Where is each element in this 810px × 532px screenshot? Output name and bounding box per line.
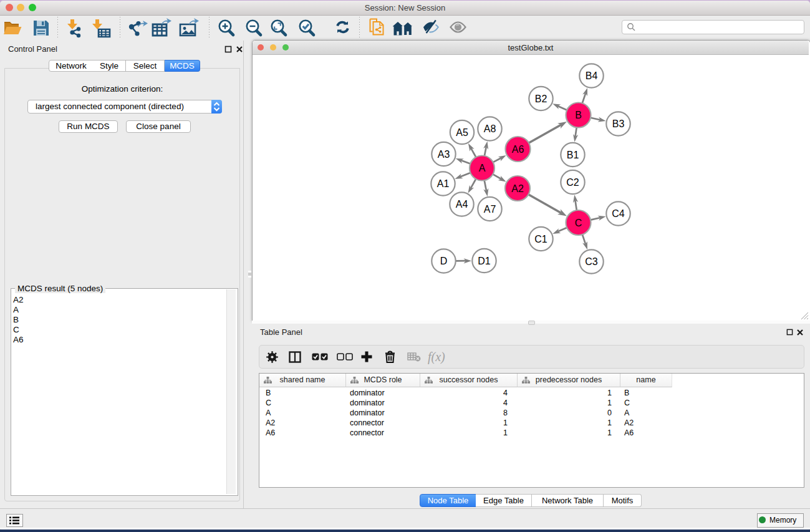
svg-text:C2: C2 (566, 177, 579, 188)
svg-text:B4: B4 (586, 70, 598, 81)
svg-text:A3: A3 (438, 149, 450, 160)
svg-text:D: D (440, 256, 448, 266)
svg-text:A4: A4 (456, 199, 468, 210)
svg-text:D1: D1 (478, 256, 491, 266)
svg-text:A7: A7 (484, 204, 496, 215)
svg-text:B: B (575, 110, 582, 120)
svg-text:C3: C3 (585, 256, 598, 267)
svg-text:C1: C1 (534, 234, 547, 244)
svg-text:A8: A8 (484, 123, 496, 134)
svg-text:A2: A2 (511, 183, 524, 194)
svg-text:B1: B1 (567, 150, 579, 160)
svg-text:A6: A6 (512, 144, 524, 155)
svg-text:A5: A5 (456, 127, 468, 138)
svg-text:C: C (575, 218, 582, 228)
svg-text:B3: B3 (612, 118, 625, 129)
svg-text:A: A (479, 163, 486, 173)
svg-text:A1: A1 (437, 178, 450, 189)
svg-text:C4: C4 (612, 208, 625, 219)
svg-text:B2: B2 (535, 94, 547, 104)
